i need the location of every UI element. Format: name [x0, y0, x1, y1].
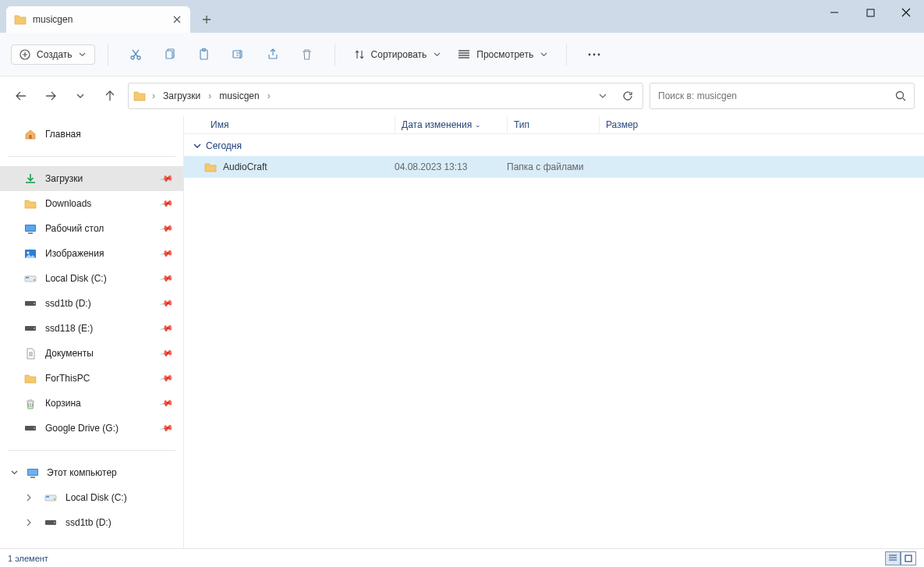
address-dropdown[interactable]: [593, 86, 613, 106]
maximize-button[interactable]: [852, 0, 888, 25]
sidebar-item[interactable]: Документы📌: [0, 341, 183, 366]
search-icon[interactable]: [895, 90, 906, 101]
svg-point-3: [137, 56, 140, 59]
svg-rect-19: [26, 277, 29, 278]
forward-button[interactable]: [39, 84, 62, 108]
sidebar-separator: [8, 450, 175, 451]
sidebar-item-label: Документы: [45, 348, 94, 359]
back-button[interactable]: [9, 84, 33, 108]
sort-indicator-icon: ⌄: [475, 121, 481, 129]
column-headers: Имя Дата изменения⌄ Тип Размер: [184, 115, 924, 134]
file-name: AudioCraft: [223, 161, 267, 172]
more-button[interactable]: [579, 41, 609, 69]
active-tab[interactable]: musicgen: [6, 6, 190, 33]
sort-button[interactable]: Сортировать: [348, 45, 448, 64]
search-box[interactable]: [650, 83, 915, 109]
svg-point-22: [34, 303, 35, 304]
delete-icon[interactable]: [292, 41, 322, 69]
doc-icon: [23, 348, 37, 360]
column-date[interactable]: Дата изменения⌄: [395, 115, 507, 133]
sidebar: Главная Загрузки📌Downloads📌Рабочий стол📌…: [0, 115, 184, 548]
breadcrumb-separator: ›: [207, 90, 213, 101]
minimize-button[interactable]: [816, 0, 852, 25]
svg-rect-31: [46, 496, 49, 498]
close-window-button[interactable]: [888, 0, 924, 25]
svg-point-24: [34, 328, 35, 329]
sidebar-item[interactable]: ForThisPC📌: [0, 366, 183, 391]
sidebar-item[interactable]: Изображения📌: [0, 241, 183, 266]
file-row[interactable]: AudioCraft04.08.2023 13:13Папка с файлам…: [184, 156, 924, 178]
create-label: Создать: [37, 49, 73, 60]
pin-icon: 📌: [160, 321, 175, 336]
pin-icon: 📌: [160, 246, 175, 261]
svg-rect-0: [867, 9, 874, 16]
sidebar-drive[interactable]: ssd1tb (D:): [0, 510, 183, 535]
chevron-right-icon: [27, 519, 36, 526]
sidebar-item-label: Google Drive (G:): [45, 423, 119, 434]
svg-point-32: [54, 498, 55, 500]
up-button[interactable]: [98, 84, 122, 108]
breadcrumb-item[interactable]: musicgen: [218, 87, 260, 105]
group-header[interactable]: Сегодня: [184, 134, 924, 156]
chevron-down-icon: [433, 51, 441, 58]
cut-icon[interactable]: [121, 41, 150, 69]
status-bar: 1 элемент: [0, 548, 924, 567]
sidebar-item[interactable]: Рабочий стол📌: [0, 216, 183, 241]
sort-label: Сортировать: [371, 49, 427, 60]
svg-point-10: [598, 53, 600, 55]
pin-icon: 📌: [160, 221, 175, 236]
svg-rect-29: [30, 477, 35, 478]
pin-icon: 📌: [160, 371, 175, 386]
rename-icon[interactable]: [224, 41, 253, 69]
folder-icon: [204, 162, 217, 172]
sidebar-this-pc[interactable]: Этот компьютер: [0, 460, 183, 485]
pin-icon: 📌: [160, 296, 175, 311]
svg-point-9: [593, 53, 596, 55]
recent-dropdown[interactable]: [69, 84, 92, 108]
sidebar-home[interactable]: Главная: [0, 122, 183, 147]
share-icon[interactable]: [258, 41, 288, 69]
details-view-button[interactable]: [885, 551, 901, 565]
breadcrumb-item[interactable]: Загрузки: [161, 87, 202, 105]
view-button[interactable]: Просмотреть: [451, 45, 554, 64]
sidebar-drive[interactable]: Local Disk (C:): [0, 485, 183, 510]
sidebar-item[interactable]: Downloads📌: [0, 191, 183, 216]
column-type[interactable]: Тип: [507, 115, 599, 133]
svg-point-17: [27, 251, 30, 253]
tab-bar: musicgen: [0, 0, 924, 33]
desktop-icon: [23, 224, 37, 234]
close-icon[interactable]: [172, 14, 182, 25]
column-size[interactable]: Размер: [599, 115, 661, 133]
new-tab-button[interactable]: [190, 6, 223, 33]
search-input[interactable]: [658, 90, 895, 101]
sidebar-drive-label: Local Disk (C:): [65, 492, 127, 503]
sidebar-item[interactable]: Корзина📌: [0, 391, 183, 416]
sidebar-item[interactable]: Загрузки📌: [0, 166, 183, 191]
drive-icon: [44, 519, 58, 526]
copy-icon[interactable]: [155, 41, 185, 69]
view-label: Просмотреть: [476, 49, 533, 60]
create-button[interactable]: Создать: [11, 44, 95, 65]
toolbar: Создать Сортировать Просмотреть: [0, 33, 924, 76]
drive-dark-icon: [23, 424, 37, 432]
column-name[interactable]: Имя: [204, 115, 395, 133]
paste-icon[interactable]: [189, 41, 219, 69]
sidebar-home-label: Главная: [45, 129, 81, 140]
sidebar-item-label: ssd1tb (D:): [45, 298, 91, 309]
thumbnails-view-button[interactable]: [901, 551, 916, 565]
sidebar-item[interactable]: Local Disk (C:)📌: [0, 266, 183, 291]
sidebar-item[interactable]: ssd118 (E:)📌: [0, 316, 183, 341]
drive-icon: [44, 493, 58, 502]
pin-icon: 📌: [160, 271, 175, 286]
sidebar-drive-label: ssd1tb (D:): [65, 517, 112, 528]
toolbar-separator: [108, 44, 108, 66]
address-bar[interactable]: › Загрузки › musicgen ›: [128, 83, 643, 109]
file-view: Имя Дата изменения⌄ Тип Размер Сегодня A…: [184, 115, 924, 548]
sidebar-item[interactable]: ssd1tb (D:)📌: [0, 291, 183, 316]
sidebar-item[interactable]: Google Drive (G:)📌: [0, 416, 183, 441]
svg-rect-14: [26, 225, 35, 231]
group-label: Сегодня: [206, 140, 242, 151]
home-icon: [23, 129, 37, 140]
list-icon: [458, 50, 470, 59]
refresh-button[interactable]: [618, 86, 638, 106]
